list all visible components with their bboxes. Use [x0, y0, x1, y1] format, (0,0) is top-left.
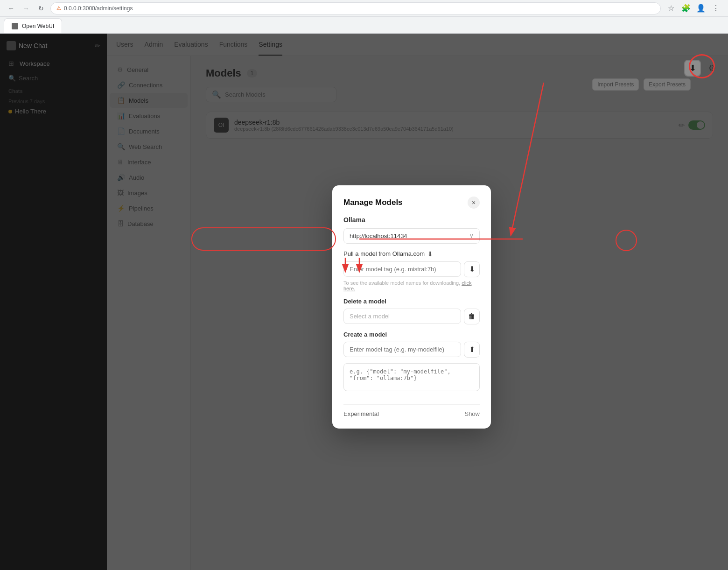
- create-model-tag-input[interactable]: [343, 342, 461, 357]
- tab-favicon: [12, 23, 18, 29]
- browser-actions: ☆ 🧩 👤 ⋮: [665, 2, 722, 15]
- modal-close-button[interactable]: ×: [468, 196, 480, 208]
- pull-label: Pull a model from Ollama.com ⬇: [343, 250, 480, 257]
- ollama-url-text: http://localhost:11434: [350, 232, 469, 239]
- extensions-button[interactable]: 🧩: [679, 2, 693, 15]
- pull-model-input[interactable]: [343, 261, 461, 277]
- modal-title: Manage Models: [343, 197, 403, 207]
- back-button[interactable]: ←: [6, 3, 17, 14]
- menu-button[interactable]: ⋮: [709, 2, 722, 15]
- manage-models-modal: Manage Models × Ollama http://localhost:…: [332, 185, 491, 428]
- pull-hint-text: To see the available model names for dow…: [343, 280, 460, 285]
- ollama-url-row[interactable]: http://localhost:11434 ∨: [343, 228, 480, 243]
- delete-model-button[interactable]: 🗑: [464, 308, 480, 324]
- create-modelfile-textarea[interactable]: [343, 363, 480, 391]
- pull-download-button[interactable]: ⬇: [464, 261, 480, 277]
- create-model-upload-button[interactable]: ⬆: [464, 341, 480, 357]
- delete-row: Select a model 🗑: [343, 308, 480, 324]
- tab-label: Open WebUI: [22, 23, 54, 29]
- reload-button[interactable]: ↻: [35, 3, 47, 14]
- ollama-section-heading: Ollama: [343, 216, 480, 223]
- chevron-down-icon: ∨: [469, 232, 474, 239]
- address-bar[interactable]: ⚠ 0.0.0.0:3000/admin/settings: [50, 2, 661, 14]
- modal-footer: Experimental Show: [343, 404, 480, 417]
- pull-input-row: ⬇: [343, 261, 480, 277]
- pull-label-text: Pull a model from Ollama.com: [343, 250, 425, 257]
- modal-header: Manage Models ×: [343, 196, 480, 208]
- active-tab[interactable]: Open WebUI: [4, 18, 62, 33]
- star-button[interactable]: ☆: [665, 2, 678, 15]
- delete-label: Delete a model: [343, 297, 480, 304]
- tab-bar: Open WebUI: [0, 17, 728, 34]
- pull-ollama-icon: ⬇: [427, 250, 433, 257]
- url-text: 0.0.0.0:3000/admin/settings: [64, 5, 133, 12]
- delete-model-select[interactable]: Select a model: [343, 309, 461, 324]
- app-container: New Chat ✏ ⊞ Workspace 🔍 Search Chats Pr…: [0, 34, 728, 570]
- create-input-row: ⬆: [343, 341, 480, 357]
- pull-hint: To see the available model names for dow…: [343, 280, 480, 291]
- browser-bar: ← → ↻ ⚠ 0.0.0.0:3000/admin/settings ☆ 🧩 …: [0, 0, 728, 17]
- experimental-label: Experimental: [343, 410, 379, 417]
- profile-button[interactable]: 👤: [694, 2, 707, 15]
- secure-icon: ⚠: [56, 5, 61, 11]
- show-experimental-button[interactable]: Show: [464, 410, 480, 417]
- forward-button[interactable]: →: [21, 3, 32, 14]
- create-label: Create a model: [343, 331, 480, 338]
